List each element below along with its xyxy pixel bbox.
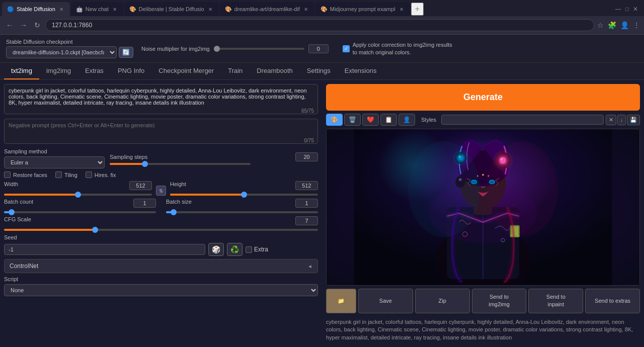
send-inpaint-button[interactable]: Send toinpaint bbox=[528, 289, 583, 313]
zip-button[interactable]: Zip bbox=[415, 289, 470, 313]
tab-close-3[interactable]: ✕ bbox=[207, 6, 214, 13]
swap-dimensions-button[interactable]: ⇅ bbox=[156, 186, 166, 196]
tab-png-info[interactable]: PNG Info bbox=[111, 63, 151, 79]
styles-input[interactable] bbox=[441, 115, 604, 125]
right-panel: Generate 🎨 🗑️ ❤️ 📋 👤 Styles ✕ bbox=[322, 80, 644, 347]
restore-faces-checkbox[interactable]: Restore faces bbox=[4, 171, 47, 178]
svg-point-41 bbox=[486, 141, 558, 237]
generate-tools: 🎨 🗑️ ❤️ 📋 👤 Styles ✕ ↓ 💾 bbox=[326, 114, 640, 126]
negative-prompt-area: 0/75 bbox=[4, 119, 318, 145]
cfg-label: CFG Scale bbox=[4, 216, 31, 225]
address-bar[interactable] bbox=[45, 19, 594, 31]
noise-value-input[interactable] bbox=[308, 44, 329, 53]
tab-close[interactable]: ✕ bbox=[58, 6, 65, 13]
width-group: Width bbox=[4, 181, 152, 196]
tab-new-chat[interactable]: 🤖 New chat ✕ bbox=[71, 2, 123, 16]
tab-train[interactable]: Train bbox=[221, 63, 250, 79]
negative-prompt-input[interactable] bbox=[4, 119, 318, 144]
tab-img2img[interactable]: img2img bbox=[39, 63, 78, 79]
extra-seed-toggle[interactable]: Extra bbox=[246, 246, 268, 253]
batch-size-slider[interactable] bbox=[166, 211, 318, 213]
batch-count-input[interactable] bbox=[133, 199, 156, 208]
refresh-button[interactable]: ↻ bbox=[32, 20, 42, 30]
positive-char-count: 65/75 bbox=[301, 108, 314, 114]
save-button[interactable]: Save bbox=[358, 289, 413, 313]
tab-midjourney[interactable]: 🎨 Midjourney prompt examples | ... ✕ bbox=[315, 2, 410, 16]
tab-close-5[interactable]: ✕ bbox=[398, 6, 405, 13]
back-button[interactable]: ← bbox=[4, 20, 15, 30]
controlnet-bar[interactable]: ControlNet ◄ bbox=[4, 259, 318, 273]
sampling-method-label: Sampling method bbox=[4, 148, 105, 154]
menu-icon[interactable]: ⋮ bbox=[633, 21, 640, 29]
refresh-checkpoint-button[interactable]: 🔄 bbox=[119, 47, 133, 58]
extensions-icon[interactable]: 🧩 bbox=[608, 21, 616, 29]
clipboard-button[interactable]: 📋 bbox=[380, 114, 397, 126]
batch-count-group: Batch count bbox=[4, 199, 156, 213]
tab-favicon-3: 🎨 bbox=[129, 6, 136, 13]
sampling-method-group: Sampling method Euler a bbox=[4, 148, 105, 168]
width-input[interactable] bbox=[129, 181, 152, 190]
tab-close-2[interactable]: ✕ bbox=[111, 6, 118, 13]
user-button[interactable]: 👤 bbox=[398, 114, 415, 126]
batch-count-slider[interactable] bbox=[4, 211, 156, 213]
clear-style-button[interactable]: ✕ bbox=[606, 115, 616, 125]
checkpoint-select[interactable]: dreamlike-diffusion-1.0.ckpt [0aecbcfa2c… bbox=[6, 46, 117, 58]
sampling-steps-input[interactable] bbox=[295, 152, 318, 161]
tiling-box bbox=[55, 171, 62, 178]
tab-stable-diffusion[interactable]: 🔵 Stable Diffusion ✕ bbox=[2, 2, 70, 16]
send-img2img-button[interactable]: Send toimg2img bbox=[472, 289, 527, 313]
tab-favicon: 🔵 bbox=[7, 6, 14, 13]
tab-deliberate[interactable]: 🎨 Deliberate | Stable Diffusion Che... ✕ bbox=[124, 2, 219, 16]
open-folder-button[interactable]: 📁 bbox=[326, 289, 356, 313]
hires-fix-checkbox[interactable]: Hires. fix bbox=[86, 171, 116, 178]
cfg-slider[interactable] bbox=[4, 229, 318, 231]
generate-button[interactable]: Generate bbox=[326, 84, 640, 111]
new-tab-button[interactable]: + bbox=[411, 3, 424, 16]
recycle-seed-button[interactable]: ♻️ bbox=[227, 243, 243, 256]
color-correction-checkbox[interactable]: ✓ bbox=[343, 45, 350, 52]
svg-point-40 bbox=[408, 141, 480, 237]
hires-fix-box bbox=[86, 171, 92, 178]
batch-size-input[interactable] bbox=[295, 199, 318, 208]
noise-slider-thumb[interactable] bbox=[214, 46, 220, 52]
color-correction-label: Apply color correction to img2img result… bbox=[353, 41, 453, 56]
script-select[interactable]: None bbox=[4, 284, 318, 296]
batch-size-group: Batch size bbox=[166, 199, 318, 213]
randomize-seed-button[interactable]: 🎲 bbox=[208, 243, 224, 256]
width-slider[interactable] bbox=[4, 194, 152, 196]
bookmark-icon[interactable]: ☆ bbox=[597, 21, 604, 29]
checkpoint-label: Stable Diffusion checkpoint bbox=[6, 39, 133, 45]
noise-section: Noise multiplier for img2img bbox=[141, 44, 329, 53]
profile-icon[interactable]: 👤 bbox=[620, 21, 629, 29]
apply-style-button[interactable]: ↓ bbox=[617, 115, 626, 125]
seed-input[interactable] bbox=[4, 244, 205, 255]
sampling-method-select[interactable]: Euler a bbox=[4, 156, 105, 168]
trash-button[interactable]: 🗑️ bbox=[344, 114, 361, 126]
paint-mode-button[interactable]: 🎨 bbox=[326, 114, 343, 126]
positive-prompt-input[interactable]: cyberpunk girl in jacket, colorful tatto… bbox=[4, 84, 318, 114]
tab-dreamlike[interactable]: 🎨 dreamlike-art/dreamlike-diffusio... ✕ bbox=[220, 2, 314, 16]
save-style-button[interactable]: 💾 bbox=[627, 115, 640, 125]
tab-label-4: dreamlike-art/dreamlike-diffusio... bbox=[234, 6, 300, 12]
restore-faces-label: Restore faces bbox=[13, 172, 47, 178]
forward-button[interactable]: → bbox=[18, 20, 29, 30]
cfg-input[interactable] bbox=[295, 216, 318, 225]
tab-extensions[interactable]: Extensions bbox=[338, 63, 384, 79]
sampling-steps-slider[interactable] bbox=[110, 163, 251, 165]
tab-extras[interactable]: Extras bbox=[78, 63, 111, 79]
tab-close-4[interactable]: ✕ bbox=[302, 6, 309, 13]
tab-txt2img[interactable]: txt2img bbox=[4, 63, 39, 79]
tab-dreambooth[interactable]: Dreambooth bbox=[250, 63, 300, 79]
send-extras-button[interactable]: Send to extras bbox=[585, 289, 640, 313]
width-label: Width bbox=[4, 181, 18, 190]
color-correction-section: ✓ Apply color correction to img2img resu… bbox=[343, 41, 453, 56]
heart-button[interactable]: ❤️ bbox=[362, 114, 379, 126]
height-input[interactable] bbox=[295, 181, 318, 190]
tab-checkpoint-merger[interactable]: Checkpoint Merger bbox=[151, 63, 221, 79]
height-slider[interactable] bbox=[170, 194, 318, 196]
tab-settings[interactable]: Settings bbox=[300, 63, 338, 79]
tab-label-3: Deliberate | Stable Diffusion Che... bbox=[139, 6, 204, 12]
tiling-checkbox[interactable]: Tiling bbox=[55, 171, 77, 178]
nav-tabs: txt2img img2img Extras PNG Info Checkpoi… bbox=[0, 63, 644, 80]
svg-point-24 bbox=[482, 174, 484, 176]
